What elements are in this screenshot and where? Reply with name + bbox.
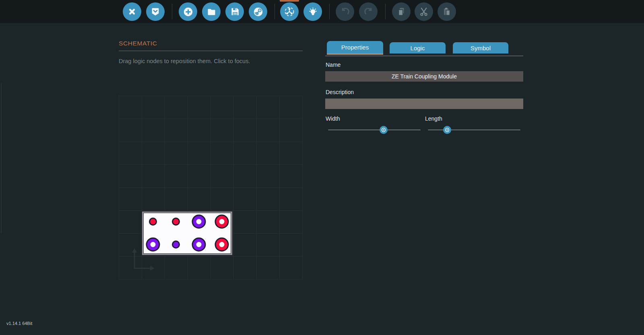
copy-button[interactable] [392,2,411,21]
width-slider-track[interactable] [328,129,421,130]
width-slider-thumb[interactable] [380,126,388,134]
undo-button[interactable] [336,2,354,21]
toolbar-divider [385,4,386,19]
cut-button[interactable] [415,2,433,21]
logic-node-center [219,242,225,247]
toolbar-divider [275,4,275,19]
logic-node-red-small[interactable] [150,218,157,225]
toolbar-divider [172,4,172,19]
version-label: v1.14.1 64Bit [6,321,32,326]
width-label: Width [326,115,340,122]
cut-scissors-icon [419,6,429,17]
length-slider-track[interactable] [428,129,520,130]
selected-tool-indicator [280,0,299,2]
move-tool-button[interactable] [280,2,299,21]
slider-thumb-icon [381,127,386,133]
schematic-grid-canvas[interactable] [119,96,303,280]
name-label: Name [326,62,341,68]
redo-button[interactable] [359,2,378,21]
length-label: Length [425,115,442,122]
open-button[interactable] [202,2,221,21]
width-slider[interactable] [328,125,421,134]
light-toggle-button[interactable] [303,2,322,21]
new-button[interactable] [179,2,197,21]
toolbar-divider [329,4,330,19]
name-input[interactable] [325,71,523,82]
schematic-hint: Drag logic nodes to reposition them. Cli… [119,58,250,64]
logic-node-center [196,219,202,224]
length-slider[interactable] [428,125,520,134]
move-nodes-icon [284,6,295,17]
close-button[interactable] [123,2,141,21]
folder-icon [206,6,217,17]
tab-symbol[interactable]: Symbol [453,42,508,53]
logic-node-center [151,242,156,247]
paste-button[interactable] [438,2,456,21]
save-floppy-icon [229,6,240,17]
undo-icon [340,6,351,17]
new-plus-icon [183,6,194,17]
length-slider-thumb[interactable] [443,126,451,134]
logic-nodes-canvas[interactable] [143,213,231,254]
lightbulb-icon [308,6,318,17]
description-input[interactable] [325,99,523,109]
copy-icon [396,6,407,17]
logic-node-purple-small[interactable] [173,241,180,248]
save-button[interactable] [225,2,244,21]
close-icon [127,6,137,17]
toolbar [0,0,644,23]
schematic-divider [119,51,303,51]
tab-logic[interactable]: Logic [390,42,446,53]
schematic-heading: SCHEMATIC [119,40,157,47]
logic-node-center [219,219,225,224]
workshop-banner-icon [150,6,161,17]
description-label: Description [326,89,354,95]
panel-edge-line [1,83,2,233]
slider-thumb-icon [444,127,450,133]
steam-button[interactable] [249,2,267,21]
logic-node-center [196,242,202,247]
paste-clipboard-icon [442,6,452,17]
redo-icon [363,6,374,17]
tabs-divider [325,55,523,56]
tab-properties[interactable]: Properties [327,41,383,55]
properties-panel: Properties Logic Symbol Name Description… [325,40,523,137]
workshop-publish-button[interactable] [146,2,165,21]
component-preview[interactable] [142,212,232,255]
logic-node-red-small[interactable] [173,218,180,225]
steam-icon [253,6,264,17]
